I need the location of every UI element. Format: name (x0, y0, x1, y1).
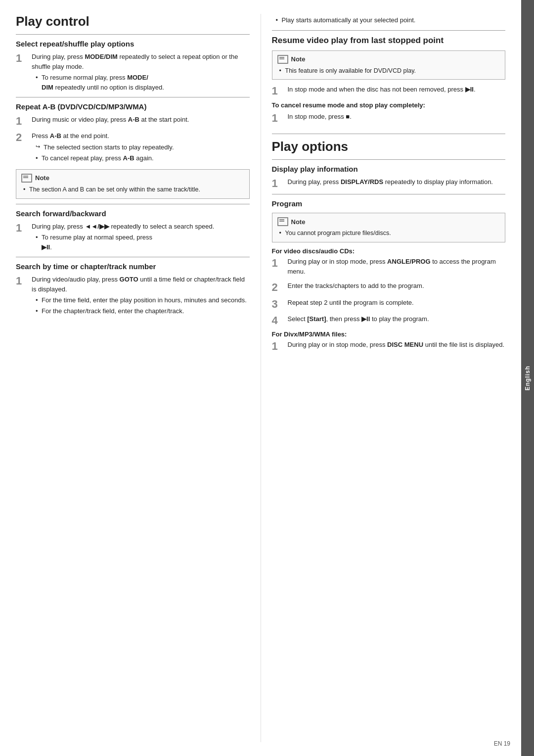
top-bullet-item: Play starts automatically at your select… (276, 15, 506, 25)
step-divx-1: 1 During play or in stop mode, press DIS… (272, 340, 506, 353)
step-num: 2 (272, 281, 286, 294)
step-num: 1 (272, 257, 286, 270)
note-icon (21, 174, 32, 183)
bullet-item: For the time field, enter the play posit… (36, 295, 250, 305)
cancel-heading: To cancel resume mode and stop play comp… (272, 101, 506, 109)
note-item: You cannot program picture files/discs. (279, 229, 499, 238)
subsection-search-fwd-title: Search forward/backward (16, 209, 250, 218)
bullet-list: To cancel repeat play, press A-B again. (32, 153, 250, 163)
divider-2 (16, 204, 250, 204)
divider-right-1 (272, 30, 506, 31)
bullet-item: To cancel repeat play, press A-B again. (36, 153, 250, 163)
subsection-select-repeat-title: Select repeat/shuffle play options (16, 40, 250, 48)
step-num-1: 1 (16, 52, 30, 65)
step-num: 1 (272, 340, 286, 353)
step-text: During play, press ◄◄/▶▶ repeatedly to s… (32, 222, 250, 232)
sidebar-label: English (524, 366, 531, 390)
divider-play-options (272, 159, 506, 160)
step-text: Enter the tracks/chapters to add to the … (288, 281, 506, 291)
step-text: During play or in stop mode, press DISC … (288, 340, 506, 350)
note-box-resume: Note This feature is only available for … (272, 50, 506, 80)
step-num: 1 (272, 85, 286, 97)
step-num: 1 (272, 177, 286, 190)
step-num: 1 (16, 222, 30, 235)
divider-1 (16, 97, 250, 97)
step-prog-1: 1 During play or in stop mode, press ANG… (272, 257, 506, 278)
note-label: Note (291, 218, 306, 226)
right-column: Play starts automatically at your select… (261, 14, 522, 742)
step-text: During video/audio play, press GOTO unti… (32, 275, 250, 294)
step-num: 2 (16, 131, 30, 144)
step-text: Press A-B at the end point. (32, 131, 250, 141)
subsection-repeat-ab-title: Repeat A-B (DVD/VCD/CD/MP3/WMA) (16, 102, 250, 111)
note-icon (277, 217, 288, 226)
divider-program (272, 194, 506, 194)
note-box-program: Note You cannot program picture files/di… (272, 213, 506, 242)
for-video-discs-heading: For video discs/audio CDs: (272, 247, 506, 255)
subsection-resume-video-title: Resume video play from last stopped poin… (272, 36, 506, 46)
step-num: 1 (16, 115, 30, 128)
step-content: During play, press DISPLAY/RDS repeatedl… (288, 177, 506, 189)
step-search-fwd-1: 1 During play, press ◄◄/▶▶ repeatedly to… (16, 222, 250, 253)
step-text: In stop mode and when the disc has not b… (288, 85, 506, 94)
note-header: Note (277, 217, 499, 226)
top-bullet-list: Play starts automatically at your select… (272, 15, 506, 25)
step-content-1: During play, press MODE/DIM repeatedly t… (32, 52, 250, 93)
left-column: Play control Select repeat/shuffle play … (0, 14, 261, 742)
step-content: In stop mode, press ■. (288, 112, 506, 123)
note-header: Note (21, 174, 243, 183)
note-label: Note (35, 174, 49, 182)
note-header: Note (277, 55, 499, 64)
step-content: Select [Start], then press ▶II to play t… (288, 314, 506, 326)
step-content: Enter the tracks/chapters to add to the … (288, 281, 506, 292)
step-content: During play, press ◄◄/▶▶ repeatedly to s… (32, 222, 250, 253)
step-text-1: During play, press MODE/DIM repeatedly t… (32, 52, 250, 71)
bullet-item: To resume play at normal speed, press▶II… (36, 233, 250, 252)
subsection-program-title: Program (272, 199, 506, 208)
for-divx-heading: For Divx/MP3/WMA files: (272, 331, 506, 338)
step-text: Select [Start], then press ▶II to play t… (288, 314, 506, 324)
note-box-repeat-ab: Note The section A and B can be set only… (16, 169, 250, 199)
step-num: 1 (272, 112, 286, 125)
note-list: The section A and B can be set only with… (21, 185, 243, 194)
step-display-1: 1 During play, press DISPLAY/RDS repeate… (272, 177, 506, 190)
step-resume-1: 1 In stop mode and when the disc has not… (272, 85, 506, 97)
note-item: The section A and B can be set only with… (23, 185, 243, 194)
step-text: During music or video play, press A-B at… (32, 115, 250, 125)
step-select-repeat-1: 1 During play, press MODE/DIM repeatedly… (16, 52, 250, 93)
note-list: You cannot program picture files/discs. (277, 229, 499, 238)
step-content: In stop mode and when the disc has not b… (288, 85, 506, 96)
note-label: Note (291, 55, 306, 63)
subsection-search-time-title: Search by time or chapter/track number (16, 262, 250, 271)
note-list: This feature is only available for DVD/V… (277, 66, 499, 76)
page-number: EN 19 (494, 740, 510, 747)
step-prog-2: 2 Enter the tracks/chapters to add to th… (272, 281, 506, 294)
step-content: Repeat step 2 until the program is compl… (288, 298, 506, 309)
bullet-item: To resume normal play, press MODE/DIM re… (36, 73, 250, 92)
step-content: During play or in stop mode, press ANGLE… (288, 257, 506, 278)
step-num: 3 (272, 298, 286, 311)
bullet-list: To resume play at normal speed, press▶II… (32, 233, 250, 252)
main-content: Play control Select repeat/shuffle play … (0, 0, 521, 756)
note-icon (277, 55, 288, 64)
step-prog-3: 3 Repeat step 2 until the program is com… (272, 298, 506, 311)
step-text: Repeat step 2 until the program is compl… (288, 298, 506, 308)
page-wrapper: Play control Select repeat/shuffle play … (0, 0, 534, 756)
divider-main (16, 34, 250, 35)
step-content: During music or video play, press A-B at… (32, 115, 250, 126)
step-content: Press A-B at the end point. The selected… (32, 131, 250, 164)
bullet-item: For the chapter/track field, enter the c… (36, 306, 250, 316)
step-bullets-1: To resume normal play, press MODE/DIM re… (32, 73, 250, 92)
step-text: In stop mode, press ■. (288, 112, 506, 122)
step-search-time-1: 1 During video/audio play, press GOTO un… (16, 275, 250, 317)
arrow-list: The selected section starts to play repe… (32, 142, 250, 152)
arrow-item: The selected section starts to play repe… (36, 142, 250, 152)
step-repeat-ab-2: 2 Press A-B at the end point. The select… (16, 131, 250, 164)
play-options-title: Play options (272, 139, 506, 154)
step-num: 1 (16, 275, 30, 287)
step-content: During play or in stop mode, press DISC … (288, 340, 506, 351)
step-text: During play or in stop mode, press ANGLE… (288, 257, 506, 276)
main-title: Play control (16, 14, 250, 29)
step-repeat-ab-1: 1 During music or video play, press A-B … (16, 115, 250, 128)
step-cancel-1: 1 In stop mode, press ■. (272, 112, 506, 125)
